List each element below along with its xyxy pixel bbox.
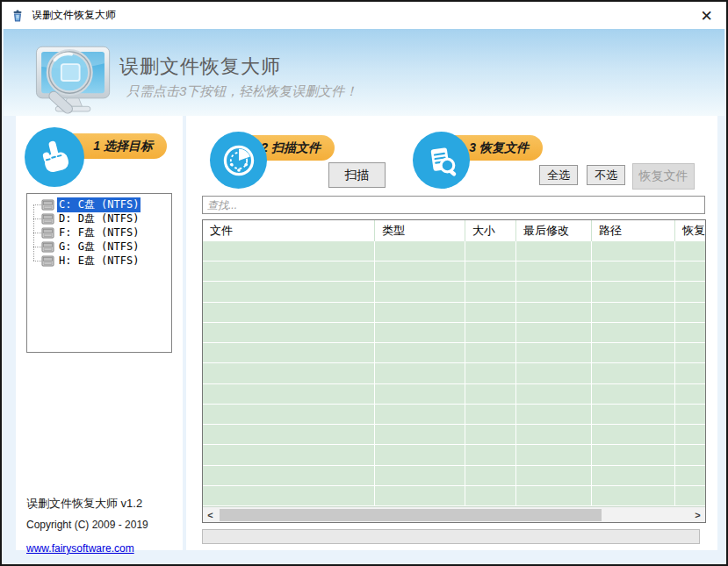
monitor-magnifier-logo bbox=[28, 43, 119, 118]
table-row bbox=[203, 405, 705, 425]
table-cell bbox=[675, 282, 705, 301]
table-cell bbox=[592, 282, 675, 301]
scroll-right-arrow[interactable]: > bbox=[690, 507, 705, 523]
column-header-5[interactable]: 恢复 bbox=[675, 220, 705, 241]
drive-icon bbox=[41, 199, 54, 211]
title-bar: 误删文件恢复大师 ✕ bbox=[2, 2, 726, 29]
table-cell bbox=[203, 262, 375, 281]
select-none-button[interactable]: 不选 bbox=[587, 165, 625, 185]
table-cell bbox=[592, 405, 675, 424]
table-cell bbox=[203, 405, 375, 424]
table-cell bbox=[375, 303, 465, 322]
column-header-2[interactable]: 大小 bbox=[465, 220, 516, 241]
table-cell bbox=[592, 384, 675, 404]
table-cell bbox=[675, 343, 705, 362]
drive-label: G: G盘 (NTFS) bbox=[57, 240, 141, 254]
column-header-4[interactable]: 路径 bbox=[592, 220, 675, 241]
table-cell bbox=[675, 241, 705, 261]
copyright-text: Copyright (C) 2009 - 2019 bbox=[26, 519, 148, 531]
table-row bbox=[203, 343, 705, 363]
table-cell bbox=[592, 363, 675, 383]
table-cell bbox=[203, 241, 375, 261]
table-cell bbox=[516, 486, 592, 505]
target-panel: 1 选择目标 C: C盘 (NTFS)D: D盘 (NTFS)F: F盘 (NT… bbox=[16, 116, 183, 550]
table-cell bbox=[465, 241, 516, 261]
table-cell bbox=[203, 486, 375, 505]
table-cell bbox=[592, 445, 675, 464]
tree-branch-line bbox=[33, 247, 41, 247]
table-cell bbox=[516, 445, 592, 464]
select-all-button[interactable]: 全选 bbox=[539, 165, 578, 185]
table-cell bbox=[592, 262, 675, 281]
table-cell bbox=[465, 486, 516, 505]
table-cell bbox=[675, 384, 705, 404]
table-cell bbox=[516, 241, 592, 261]
drive-label: F: F盘 (NTFS) bbox=[57, 226, 141, 240]
drive-icon bbox=[41, 213, 54, 225]
table-cell bbox=[592, 486, 675, 505]
table-cell bbox=[516, 262, 592, 281]
drive-item-2[interactable]: F: F盘 (NTFS) bbox=[27, 226, 171, 240]
table-header-row: 文件类型大小最后修改路径恢复 bbox=[203, 220, 705, 241]
table-cell bbox=[592, 323, 675, 342]
table-cell bbox=[375, 323, 465, 342]
table-cell bbox=[516, 282, 592, 301]
table-row bbox=[203, 323, 705, 343]
table-cell bbox=[375, 405, 465, 424]
scan-button[interactable]: 扫描 bbox=[328, 162, 386, 188]
progress-status-bar bbox=[202, 529, 700, 544]
table-cell bbox=[375, 262, 465, 281]
table-row bbox=[203, 241, 705, 262]
close-button[interactable]: ✕ bbox=[687, 2, 726, 29]
table-row bbox=[203, 262, 705, 282]
column-header-3[interactable]: 最后修改 bbox=[516, 220, 592, 241]
drive-item-0[interactable]: C: C盘 (NTFS) bbox=[27, 197, 171, 211]
table-cell bbox=[203, 323, 375, 342]
app-title: 误删文件恢复大师 bbox=[119, 54, 281, 80]
tree-branch-line bbox=[33, 233, 41, 233]
drive-item-1[interactable]: D: D盘 (NTFS) bbox=[27, 211, 171, 226]
app-window: 误删文件恢复大师 ✕ bbox=[0, 0, 728, 566]
table-cell bbox=[465, 445, 516, 464]
table-cell bbox=[675, 425, 705, 444]
horizontal-scrollbar[interactable]: < > bbox=[203, 506, 705, 522]
scroll-thumb[interactable] bbox=[220, 509, 602, 521]
table-cell bbox=[592, 466, 675, 485]
table-cell bbox=[203, 303, 375, 322]
table-cell bbox=[203, 384, 375, 404]
table-cell bbox=[516, 405, 592, 424]
table-row bbox=[203, 445, 705, 465]
drive-icon bbox=[41, 227, 54, 239]
table-cell bbox=[516, 425, 592, 444]
table-cell bbox=[375, 282, 465, 301]
table-cell bbox=[203, 282, 375, 301]
drive-item-4[interactable]: H: E盘 (NTFS) bbox=[27, 254, 171, 268]
table-row bbox=[203, 425, 705, 445]
results-table: 文件类型大小最后修改路径恢复 < > bbox=[202, 219, 706, 523]
column-header-1[interactable]: 类型 bbox=[375, 220, 465, 241]
radar-scan-icon bbox=[210, 132, 267, 189]
column-header-0[interactable]: 文件 bbox=[203, 220, 375, 241]
table-cell bbox=[203, 425, 375, 444]
table-row bbox=[203, 363, 705, 383]
recycle-bin-icon bbox=[11, 9, 25, 23]
drive-icon bbox=[41, 241, 54, 253]
scroll-left-arrow[interactable]: < bbox=[203, 507, 218, 523]
table-cell bbox=[203, 445, 375, 464]
table-row bbox=[203, 384, 705, 405]
website-link[interactable]: www.fairysoftware.com bbox=[26, 542, 134, 555]
drive-label: C: C盘 (NTFS) bbox=[57, 197, 141, 212]
tree-branch-line bbox=[33, 261, 41, 262]
recover-files-button[interactable]: 恢复文件 bbox=[632, 163, 695, 190]
table-cell bbox=[592, 343, 675, 362]
table-row bbox=[203, 466, 705, 486]
table-cell bbox=[675, 363, 705, 383]
search-input[interactable] bbox=[202, 196, 705, 214]
window-title: 误删文件恢复大师 bbox=[32, 8, 116, 23]
table-row bbox=[203, 303, 705, 323]
drive-item-3[interactable]: G: G盘 (NTFS) bbox=[27, 240, 171, 254]
table-cell bbox=[465, 282, 516, 301]
table-cell bbox=[675, 303, 705, 322]
drive-label: H: E盘 (NTFS) bbox=[57, 254, 141, 269]
table-cell bbox=[516, 384, 592, 404]
